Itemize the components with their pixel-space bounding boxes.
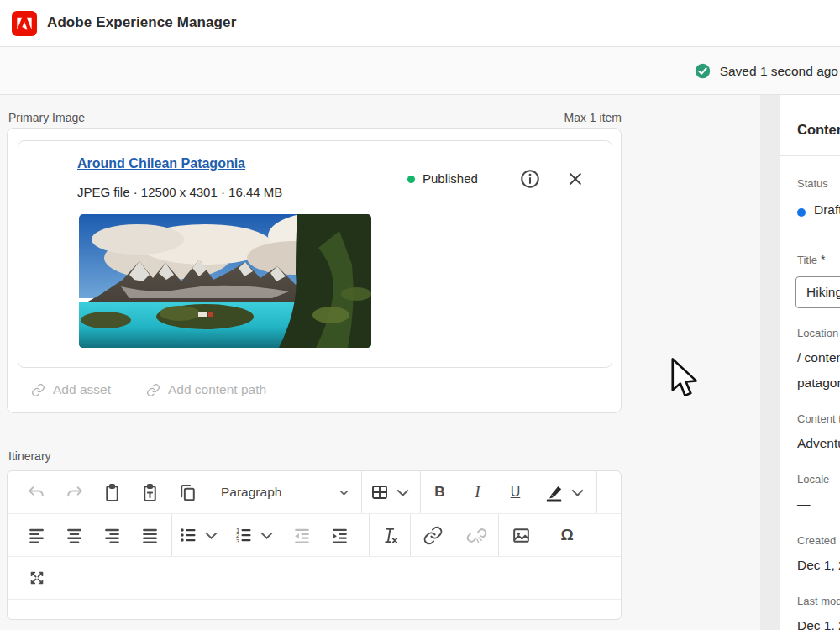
panel-header: Content <box>797 122 840 138</box>
content-type-label: Content type <box>797 412 840 425</box>
insert-image-icon[interactable] <box>499 514 543 556</box>
primary-image-label: Primary Image <box>8 111 85 124</box>
check-circle-icon <box>694 62 711 80</box>
table-icon <box>370 482 390 502</box>
asset-title-link[interactable]: Around Chilean Patagonia <box>77 156 245 171</box>
adobe-logo-icon[interactable] <box>12 11 37 36</box>
numbered-list-dropdown[interactable]: 123 <box>228 514 283 556</box>
asset-thumbnail-image[interactable] <box>79 214 371 348</box>
chain-link-icon <box>146 383 160 397</box>
align-center-icon[interactable] <box>55 514 93 556</box>
draft-status-dot <box>797 208 806 217</box>
special-character-button[interactable]: Ω <box>543 514 591 556</box>
highlight-color-dropdown[interactable] <box>534 471 596 513</box>
add-content-path-label: Add content path <box>168 382 266 397</box>
rte-toolbar-row-1: Paragraph B I U <box>8 471 621 514</box>
primary-image-card: Around Chilean Patagonia JPEG file · 125… <box>7 128 622 413</box>
paragraph-style-dropdown[interactable]: Paragraph <box>207 471 361 513</box>
itinerary-richtext-editor: Paragraph B I U <box>7 470 622 620</box>
location-value-line2: patagonia <box>797 375 840 391</box>
location-value-line1: / content <box>797 350 840 365</box>
unlink-icon[interactable] <box>454 514 498 556</box>
max-items-label: Max 1 item <box>564 111 622 124</box>
info-icon[interactable] <box>519 168 541 190</box>
title-input[interactable] <box>795 276 840 308</box>
rte-toolbar-row-2: 123 Ω <box>8 514 621 557</box>
location-field-label: Location <box>797 327 838 339</box>
asset-meta-text: JPEG file · 12500 x 4301 · 16.44 MB <box>77 185 282 199</box>
fullscreen-icon[interactable] <box>18 557 55 599</box>
align-left-icon[interactable] <box>18 514 55 556</box>
saved-status-text: Saved 1 second ago <box>720 64 838 79</box>
last-modified-label: Last modified <box>797 595 840 607</box>
asset-card: Around Chilean Patagonia JPEG file · 125… <box>18 140 612 368</box>
content-properties-panel: Content Status Draft Title* Location / c… <box>780 95 840 630</box>
required-asterisk: * <box>821 253 825 266</box>
underline-button[interactable]: U <box>496 471 534 513</box>
itinerary-label: Itinerary <box>8 449 51 463</box>
title-field-label: Title* <box>797 253 826 266</box>
outdent-icon[interactable] <box>283 514 321 556</box>
add-asset-label: Add asset <box>53 382 111 397</box>
bullet-list-dropdown[interactable] <box>172 514 228 556</box>
locale-field-label: Locale <box>797 473 829 486</box>
save-status-bar: Saved 1 second ago <box>0 47 840 95</box>
chevron-down-icon <box>201 525 222 546</box>
bold-button[interactable]: B <box>421 471 459 513</box>
align-right-icon[interactable] <box>93 514 131 556</box>
chevron-down-icon <box>337 486 351 500</box>
app-title: Adobe Experience Manager <box>47 14 236 31</box>
rte-toolbar-row-3 <box>8 557 621 600</box>
paste-icon[interactable] <box>93 471 131 513</box>
bullet-list-icon <box>178 525 198 545</box>
insert-table-dropdown[interactable] <box>362 471 420 513</box>
add-asset-button[interactable]: Add asset <box>31 382 111 397</box>
italic-button[interactable]: I <box>459 471 496 513</box>
clear-formatting-icon[interactable] <box>370 514 410 556</box>
status-field-value: Draft <box>814 202 840 218</box>
copy-icon[interactable] <box>169 471 207 513</box>
last-modified-value: Dec 1, 2023 <box>797 618 840 630</box>
status-field-label: Status <box>797 177 828 190</box>
paragraph-style-value: Paragraph <box>221 485 281 500</box>
created-field-value: Dec 1, 2023 <box>797 558 840 573</box>
highlight-pen-icon <box>543 481 564 503</box>
app-header: Adobe Experience Manager <box>0 0 840 47</box>
chevron-down-icon <box>567 482 588 503</box>
redo-icon[interactable] <box>55 471 93 513</box>
chain-link-icon <box>31 383 45 397</box>
content-type-value: Adventure <box>797 436 840 451</box>
undo-icon[interactable] <box>18 471 55 513</box>
created-field-label: Created <box>797 534 836 547</box>
align-justify-icon[interactable] <box>131 514 169 556</box>
locale-field-value: — <box>797 496 811 512</box>
close-icon[interactable] <box>567 171 584 187</box>
chevron-down-icon <box>256 525 277 546</box>
numbered-list-icon: 123 <box>234 525 254 545</box>
published-status-dot <box>407 176 415 183</box>
published-status-label: Published <box>423 171 478 186</box>
rte-editor-area[interactable] <box>8 600 621 620</box>
svg-text:3: 3 <box>236 538 239 545</box>
indent-icon[interactable] <box>321 514 359 556</box>
chevron-down-icon <box>392 482 413 503</box>
add-content-path-button[interactable]: Add content path <box>146 382 266 397</box>
panel-gap <box>760 95 780 630</box>
insert-link-icon[interactable] <box>411 514 454 556</box>
paste-as-text-icon[interactable] <box>131 471 169 513</box>
